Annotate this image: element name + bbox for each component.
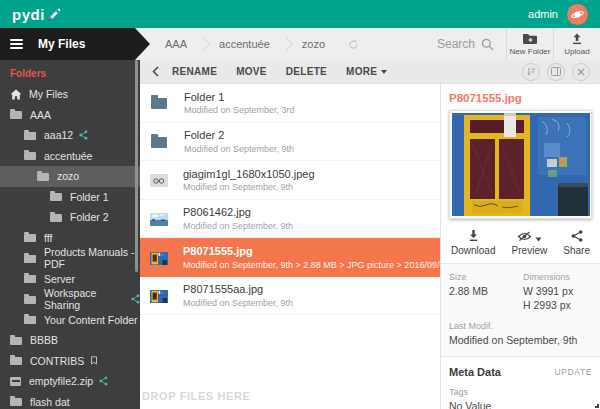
dimension-width: W 3991 px bbox=[523, 285, 573, 299]
zip-file-icon bbox=[10, 377, 21, 386]
sidebar-item-bbbb[interactable]: BBBB bbox=[0, 330, 140, 351]
workspace-banner: My Files bbox=[0, 28, 150, 60]
breadcrumb: AAA accentuée zozo bbox=[152, 28, 359, 60]
sidebar-item-aaa[interactable]: AAA bbox=[0, 105, 140, 126]
sidebar-item-contribs[interactable]: CONTRIBS bbox=[0, 351, 140, 372]
file-name: Folder 1 bbox=[184, 91, 295, 103]
sidebar-item-label: flash dat bbox=[30, 396, 70, 408]
size-label: Size bbox=[449, 272, 523, 282]
breadcrumb-item[interactable]: zozo bbox=[289, 38, 338, 50]
back-button[interactable] bbox=[152, 66, 159, 77]
more-button[interactable]: MORE bbox=[346, 66, 387, 77]
upload-button[interactable]: Upload bbox=[554, 28, 600, 60]
file-row-p8061462[interactable]: P8061462.jpg Modified on September, 9th bbox=[140, 200, 440, 239]
file-list: Folder 1 Modified on September, 3rd Fold… bbox=[140, 84, 440, 409]
dropzone-hint: DROP FILES HERE bbox=[142, 390, 250, 402]
sidebar-item-products-manuals[interactable]: Products Manuals - PDF bbox=[0, 248, 140, 269]
preview-button[interactable]: Preview bbox=[512, 228, 548, 256]
search-input[interactable]: Search bbox=[425, 28, 506, 60]
file-name: P8071555.jpg bbox=[183, 245, 440, 257]
upload-icon bbox=[571, 33, 583, 45]
file-info-section: Size 2.88 MB Dimensions W 3991 px H 2993… bbox=[441, 264, 600, 356]
shared-icon bbox=[79, 130, 88, 140]
chevron-down-icon bbox=[381, 70, 387, 74]
menu-icon[interactable] bbox=[10, 37, 23, 51]
share-button[interactable]: Share bbox=[563, 228, 590, 256]
detail-actions: Download Preview Share bbox=[441, 219, 600, 263]
file-thumbnail bbox=[150, 212, 168, 225]
breadcrumb-item[interactable]: AAA bbox=[152, 38, 200, 50]
sidebar-item-folder-1[interactable]: Folder 1 bbox=[0, 187, 140, 208]
top-app-bar: pydi admin bbox=[0, 0, 600, 28]
sidebar-item-workspace-sharing[interactable]: Workspace Sharing bbox=[0, 289, 140, 310]
update-button[interactable]: UPDATE bbox=[555, 367, 592, 377]
sort-button[interactable] bbox=[522, 63, 540, 81]
preview-image[interactable] bbox=[449, 110, 592, 219]
sidebar-item-label: BBBB bbox=[30, 334, 58, 346]
bookmark-icon bbox=[90, 356, 98, 365]
user-avatar[interactable] bbox=[567, 4, 588, 25]
folder-icon bbox=[10, 357, 22, 365]
close-button[interactable] bbox=[572, 63, 590, 81]
file-row-giagim[interactable]: giagim1gl_1680x1050.jpeg Modified on Sep… bbox=[140, 161, 440, 200]
meta-data-title: Meta Data bbox=[449, 366, 501, 378]
sidebar-item-zozo[interactable]: zozo bbox=[0, 166, 140, 187]
file-modified: Modified on September, 9th bbox=[184, 144, 294, 154]
planet-icon bbox=[571, 8, 584, 21]
sidebar-item-fff[interactable]: fff bbox=[0, 228, 140, 249]
share-icon bbox=[571, 228, 583, 242]
shared-icon bbox=[99, 376, 108, 386]
file-name: giagim1gl_1680x1050.jpeg bbox=[183, 168, 315, 180]
move-button[interactable]: MOVE bbox=[236, 66, 267, 77]
file-name: Folder 2 bbox=[184, 129, 294, 141]
delete-button[interactable]: DELETE bbox=[286, 66, 327, 77]
sidebar-item-flash-dat[interactable]: flash dat bbox=[0, 392, 140, 409]
new-folder-icon bbox=[522, 33, 538, 45]
sidebar-item-aaa12[interactable]: aaa12 bbox=[0, 125, 140, 146]
folder-icon bbox=[10, 111, 22, 119]
folders-sidebar: Folders My Files AAA aaa12 accentuée zoz… bbox=[0, 60, 140, 409]
pydio-logo[interactable]: pydi bbox=[12, 6, 63, 23]
search-icon bbox=[481, 38, 494, 51]
sidebar-item-server[interactable]: Server bbox=[0, 269, 140, 290]
refresh-icon[interactable] bbox=[348, 39, 359, 50]
sidebar-item-your-content-folder[interactable]: Your Content Folder bbox=[0, 310, 140, 331]
folder-icon bbox=[24, 234, 36, 242]
file-thumbnail bbox=[150, 173, 168, 186]
file-row-p8071555aa[interactable]: P8071555aa.jpg Modified on September, 9t… bbox=[140, 277, 440, 316]
username-label[interactable]: admin bbox=[528, 8, 558, 20]
sidebar-scrollbar[interactable] bbox=[135, 60, 138, 272]
sidebar-item-folder-2[interactable]: Folder 2 bbox=[0, 207, 140, 228]
download-button[interactable]: Download bbox=[451, 228, 495, 256]
rocket-icon bbox=[47, 6, 63, 22]
folder-icon bbox=[37, 173, 49, 181]
last-modified-label: Last Modif. bbox=[449, 321, 592, 331]
rename-button[interactable]: RENAME bbox=[172, 66, 217, 77]
preview-eye-icon bbox=[517, 228, 542, 242]
sidebar-item-my-files[interactable]: My Files bbox=[0, 84, 140, 105]
sidebar-item-label: Workspace Sharing bbox=[44, 287, 125, 311]
download-label: Download bbox=[451, 245, 495, 256]
shared-icon bbox=[131, 294, 140, 304]
folder-icon bbox=[151, 98, 167, 109]
workspace-title[interactable]: My Files bbox=[38, 37, 85, 51]
sidebar-item-accentuee[interactable]: accentuée bbox=[0, 146, 140, 167]
file-modified: Modified on September, 3rd bbox=[184, 105, 295, 115]
file-row-folder-1[interactable]: Folder 1 Modified on September, 3rd bbox=[140, 84, 440, 123]
file-name: P8071555aa.jpg bbox=[183, 283, 293, 295]
folder-icon bbox=[10, 398, 22, 406]
new-folder-button[interactable]: New Folder bbox=[507, 28, 553, 60]
dimensions-label: Dimensions bbox=[523, 272, 573, 282]
tags-label: Tags bbox=[449, 387, 592, 397]
sidebar-item-emptyfile2-zip[interactable]: emptyfile2.zip bbox=[0, 371, 140, 392]
breadcrumb-item[interactable]: accentuée bbox=[206, 38, 283, 50]
toggle-panel-button[interactable] bbox=[547, 63, 565, 81]
folder-icon bbox=[24, 275, 36, 283]
file-row-folder-2[interactable]: Folder 2 Modified on September, 9th bbox=[140, 123, 440, 162]
resize-grip[interactable] bbox=[595, 404, 599, 408]
folder-icon bbox=[10, 337, 22, 345]
folder-icon bbox=[151, 137, 167, 148]
home-icon bbox=[10, 89, 22, 100]
file-row-p8071555-selected[interactable]: P8071555.jpg Modified on September, 9th … bbox=[140, 238, 440, 277]
sidebar-item-label: fff bbox=[44, 232, 52, 244]
